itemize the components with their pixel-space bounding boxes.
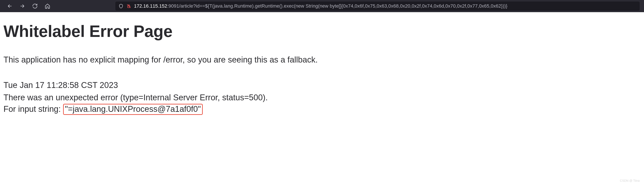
error-detail: There was an unexpected error (type=Inte… xyxy=(4,91,640,104)
address-bar[interactable]: 172.16.115.152:9091/article?id==${T(java… xyxy=(115,2,640,11)
arrow-left-icon xyxy=(7,3,12,9)
home-icon xyxy=(45,3,50,9)
error-input-prefix: For input string: xyxy=(4,104,63,114)
error-input-line: For input string: "=java.lang.UNIXProces… xyxy=(4,104,203,114)
url-host: 172.16.115.152 xyxy=(134,3,167,9)
watermark: CSDN @ Tiina xyxy=(620,179,640,182)
url-text: 172.16.115.152:9091/article?id==${T(java… xyxy=(134,3,508,9)
forward-button[interactable] xyxy=(17,2,28,11)
browser-toolbar: 172.16.115.152:9091/article?id==${T(java… xyxy=(0,0,644,12)
back-button[interactable] xyxy=(4,2,15,11)
home-button[interactable] xyxy=(42,2,53,11)
page-content: Whitelabel Error Page This application h… xyxy=(0,12,644,118)
error-timestamp: Tue Jan 17 11:28:58 CST 2023 xyxy=(4,79,640,91)
url-path: :9091/article?id==${T(java.lang.Runtime)… xyxy=(167,3,508,9)
shield-icon[interactable] xyxy=(118,4,124,9)
arrow-right-icon xyxy=(20,3,25,9)
page-title: Whitelabel Error Page xyxy=(4,22,640,41)
error-input-highlight: "=java.lang.UNIXProcess@7a1af0f0" xyxy=(63,104,203,115)
error-intro: This application has no explicit mapping… xyxy=(4,54,640,66)
reload-icon xyxy=(32,3,38,9)
reload-button[interactable] xyxy=(30,2,40,11)
lock-insecure-icon[interactable] xyxy=(126,4,132,9)
